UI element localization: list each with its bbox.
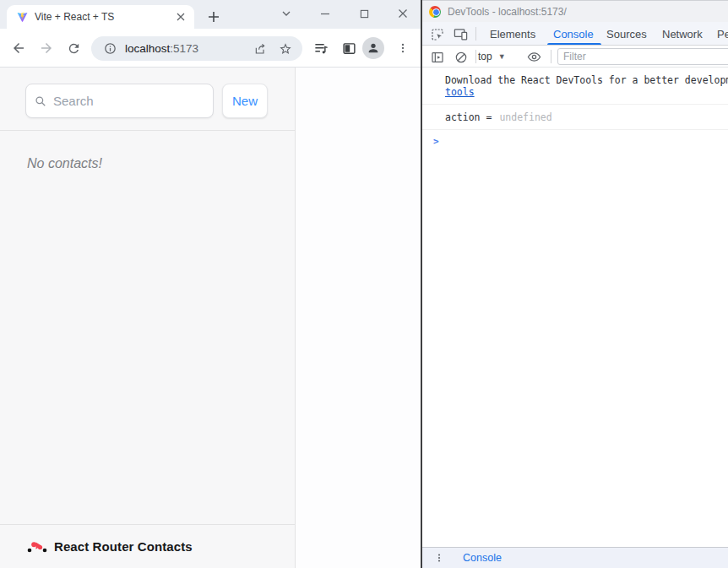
- address-bar[interactable]: localhost:5173: [91, 36, 302, 61]
- console-message: Download the React DevTools for a better…: [422, 68, 728, 105]
- browser-menu-dots-icon[interactable]: [394, 39, 412, 57]
- media-controls-icon[interactable]: [312, 39, 330, 57]
- drawer-console-tab[interactable]: Console: [463, 552, 502, 564]
- new-tab-icon[interactable]: [203, 6, 225, 28]
- search-box[interactable]: [25, 84, 214, 118]
- tab-console[interactable]: Console: [553, 22, 594, 46]
- search-input[interactable]: [53, 94, 204, 108]
- console-log-text: action =: [445, 111, 492, 123]
- url-host: localhost: [125, 42, 170, 55]
- react-router-logo-icon: [27, 541, 47, 553]
- console-message: action =undefined: [422, 105, 728, 130]
- forward-icon[interactable]: [37, 39, 56, 57]
- contacts-sidebar: New No contacts! React Router Contacts: [0, 68, 296, 568]
- devtools-window-title: DevTools - localhost:5173/: [448, 6, 567, 18]
- console-log-value: undefined: [499, 111, 551, 123]
- tab-performance[interactable]: Performance: [717, 22, 728, 46]
- tab-strip: Vite + React + TS: [0, 0, 421, 29]
- vite-favicon: [17, 12, 28, 23]
- tab-elements[interactable]: Elements: [490, 22, 535, 46]
- toolbar-separator: [475, 27, 476, 41]
- site-info-icon[interactable]: [101, 41, 118, 57]
- clear-console-icon[interactable]: [454, 50, 468, 64]
- browser-tab[interactable]: Vite + React + TS: [7, 5, 194, 29]
- chrome-logo-icon: [429, 6, 441, 18]
- devtools-drawer: Console: [422, 547, 728, 568]
- page-content: New No contacts! React Router Contacts: [0, 68, 421, 568]
- console-output: Download the React DevTools for a better…: [422, 68, 728, 547]
- empty-contacts-message: No contacts!: [27, 156, 102, 171]
- window-close-icon[interactable]: [388, 0, 417, 27]
- drawer-menu-dots-icon[interactable]: [434, 553, 444, 563]
- new-contact-button[interactable]: New: [222, 84, 268, 118]
- share-icon[interactable]: [252, 41, 269, 57]
- console-message-text: Download the React DevTools for a better…: [445, 74, 728, 86]
- side-panel-icon[interactable]: [340, 39, 358, 57]
- console-sidebar-icon[interactable]: [430, 50, 444, 64]
- window-minimize-icon[interactable]: [311, 0, 340, 27]
- back-icon[interactable]: [9, 39, 28, 57]
- devtools-titlebar: DevTools - localhost:5173/: [422, 0, 728, 22]
- context-selector[interactable]: top ▼: [478, 46, 506, 68]
- search-icon: [35, 95, 46, 107]
- tab-network[interactable]: Network: [662, 22, 703, 46]
- footer-title: React Router Contacts: [54, 539, 193, 554]
- bookmark-star-icon[interactable]: [277, 41, 294, 57]
- devtools-tabbar: Elements Console Sources Network Perform…: [422, 22, 728, 46]
- browser-window: Vite + React + TS: [0, 0, 421, 568]
- console-prompt-chevron[interactable]: >: [422, 130, 728, 147]
- device-toolbar-icon[interactable]: [454, 27, 468, 41]
- window-menu-chevron-icon[interactable]: [272, 0, 301, 27]
- console-message-link[interactable]: tools: [445, 86, 475, 98]
- tab-close-icon[interactable]: [174, 10, 187, 24]
- reload-icon[interactable]: [64, 39, 83, 57]
- url-text: localhost:5173: [125, 42, 252, 55]
- detail-pane: [296, 68, 421, 568]
- sidebar-footer: React Router Contacts: [0, 524, 296, 568]
- window-maximize-icon[interactable]: [350, 0, 378, 27]
- inspect-element-icon[interactable]: [430, 27, 444, 41]
- live-expression-eye-icon[interactable]: [527, 50, 541, 64]
- screen: Vite + React + TS: [0, 0, 728, 568]
- toolbar-separator: [551, 50, 551, 63]
- devtools-window: DevTools - localhost:5173/ Elements Cons…: [421, 0, 728, 568]
- sidebar-divider: [0, 130, 296, 131]
- console-filter-input[interactable]: [557, 48, 728, 65]
- tab-sources[interactable]: Sources: [606, 22, 647, 46]
- toolbar-separator: [475, 50, 476, 63]
- profile-avatar[interactable]: [362, 37, 384, 59]
- context-selector-label: top: [478, 51, 492, 62]
- chevron-down-icon: ▼: [498, 52, 506, 61]
- tab-title: Vite + React + TS: [35, 11, 174, 23]
- console-toolbar: top ▼: [422, 46, 728, 68]
- browser-toolbar: localhost:5173: [0, 29, 421, 68]
- url-port: :5173: [170, 42, 198, 55]
